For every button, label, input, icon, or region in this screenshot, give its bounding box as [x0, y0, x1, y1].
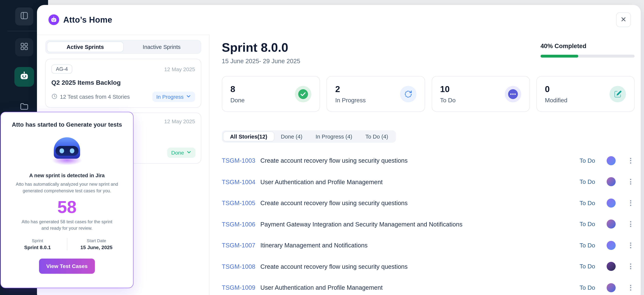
sprint-status-dropdown[interactable]: Done	[167, 148, 195, 158]
window-header: Atto’s Home	[37, 5, 641, 35]
screen: Atto’s Home Active Sprints Inactive Spri…	[0, 0, 644, 295]
assignee-avatar	[607, 241, 616, 250]
story-title: Create account recovery flow using secur…	[260, 263, 408, 270]
kebab-menu-icon[interactable]	[626, 219, 634, 229]
sprint-stats: 8 Done 2 In Progress	[222, 76, 634, 112]
story-title: User Authentication and Profile Manageme…	[260, 284, 383, 291]
stat-label: In Progress	[335, 97, 366, 104]
sprint-date: 12 May 2025	[164, 118, 195, 125]
stories-tab-bar: All Stories(12) Done (4) In Progress (4)…	[222, 130, 396, 143]
apps-grid-icon	[20, 42, 28, 53]
assignee-avatar	[607, 283, 616, 292]
sprint-key-badge: AG-4	[51, 65, 72, 74]
tab-in-progress[interactable]: In Progress (4)	[309, 132, 359, 141]
atto-logo-icon	[48, 14, 59, 25]
story-row[interactable]: TSGM-1005 Create account recovery flow u…	[222, 192, 634, 213]
story-id: TSGM-1008	[222, 263, 260, 270]
kebab-menu-icon[interactable]	[626, 156, 634, 166]
story-status: To Do	[580, 263, 595, 270]
story-row[interactable]: TSGM-1008 Create account recovery flow u…	[222, 256, 634, 277]
sprints-tab-switcher: Active Sprints Inactive Sprints	[45, 40, 202, 54]
assignee-avatar	[607, 198, 616, 207]
stat-card-done: 8 Done	[222, 76, 320, 112]
start-date-label: Start Date	[67, 238, 126, 243]
story-row[interactable]: TSGM-1006 Payment Gateway Integration an…	[222, 213, 634, 235]
stat-label: To Do	[440, 97, 456, 104]
story-id: TSGM-1006	[222, 221, 260, 228]
popup-body-text: Atto has automatically analyzed your new…	[14, 181, 120, 194]
window-title: Atto’s Home	[63, 15, 112, 24]
atto-robot-icon	[19, 71, 30, 83]
chevron-down-icon	[186, 150, 192, 156]
stat-label: Modified	[545, 97, 568, 104]
atto-robot-illustration	[8, 134, 126, 168]
refresh-icon	[400, 86, 416, 102]
story-status: To Do	[580, 179, 595, 185]
popup-title: Atto has started to Generate your tests	[8, 121, 126, 128]
sprint-status-label: In Progress	[156, 94, 184, 100]
sprint-progress: 40% Completed	[540, 42, 634, 58]
story-id: TSGM-1009	[222, 284, 260, 291]
sprint-status-dropdown[interactable]: In Progress	[152, 92, 195, 102]
sidebar-item-atto[interactable]	[14, 67, 34, 87]
sidebar-item-dashboard[interactable]	[15, 7, 33, 26]
tab-active-sprints[interactable]: Active Sprints	[47, 42, 124, 52]
story-row[interactable]: TSGM-1004 User Authentication and Profil…	[222, 171, 634, 192]
assignee-avatar	[607, 177, 616, 186]
sprint-info-column: Sprint Sprint 8.0.1	[8, 238, 67, 250]
story-id: TSGM-1003	[222, 157, 260, 164]
sprint-info-value: Sprint 8.0.1	[8, 244, 67, 250]
sprint-date: 12 May 2025	[164, 66, 195, 72]
sprint-card[interactable]: AG-4 12 May 2025 Q2 2025 Items Backlog 1…	[45, 59, 202, 108]
progress-label: 40% Completed	[540, 42, 634, 49]
story-id: TSGM-1007	[222, 242, 260, 249]
story-row[interactable]: TSGM-1003 Create account recovery flow u…	[222, 150, 634, 171]
close-button[interactable]	[616, 12, 631, 27]
stat-value: 8	[230, 84, 245, 94]
edit-pencil-icon	[610, 86, 626, 102]
stat-value: 2	[335, 84, 366, 94]
stat-value: 10	[440, 84, 456, 94]
kebab-menu-icon[interactable]	[626, 283, 634, 292]
assignee-avatar	[607, 220, 616, 229]
kebab-menu-icon[interactable]	[626, 261, 634, 271]
dashboard-layout-icon	[20, 11, 28, 22]
view-test-cases-button[interactable]: View Test Cases	[39, 258, 95, 274]
assignee-avatar	[607, 156, 616, 165]
tab-todo[interactable]: To Do (4)	[359, 132, 395, 141]
sprint-info-label: Sprint	[8, 238, 67, 243]
story-title: Itinerary Management and Notifications	[260, 242, 368, 249]
check-circle-icon	[295, 86, 311, 102]
sprint-status-label: Done	[171, 150, 184, 156]
test-case-count: 58	[8, 197, 126, 217]
tab-inactive-sprints[interactable]: Inactive Sprints	[124, 42, 200, 52]
sprint-meta-text: 12 Test cases from 4 Stories	[60, 94, 130, 100]
tab-all-stories[interactable]: All Stories(12)	[223, 132, 274, 141]
kebab-menu-icon[interactable]	[626, 240, 634, 250]
sidebar-item-apps[interactable]	[15, 38, 33, 57]
story-row[interactable]: TSGM-1009 User Authentication and Profil…	[222, 277, 634, 295]
tab-done[interactable]: Done (4)	[274, 132, 309, 141]
story-title: User Authentication and Profile Manageme…	[260, 178, 383, 185]
story-title: Create account recovery flow using secur…	[260, 157, 408, 164]
sprint-detail-panel: Sprint 8.0.0 15 June 2025- 29 June 2025 …	[210, 35, 641, 295]
story-list: TSGM-1003 Create account recovery flow u…	[222, 150, 634, 295]
story-id: TSGM-1005	[222, 199, 260, 206]
close-icon	[620, 16, 626, 23]
stat-card-todo: 10 To Do	[432, 76, 530, 112]
story-id: TSGM-1004	[222, 178, 260, 185]
folder-icon	[19, 102, 29, 113]
story-row[interactable]: TSGM-1007 Itinerary Management and Notif…	[222, 235, 634, 256]
ellipsis-circle-icon	[505, 86, 521, 102]
chevron-down-icon	[186, 94, 191, 100]
atto-notification-popup: Atto has started to Generate your tests	[0, 112, 134, 288]
sprint-card-title: Q2 2025 Items Backlog	[51, 79, 195, 86]
sprint-date-range: 15 June 2025- 29 June 2025	[222, 58, 300, 65]
progress-bar	[540, 55, 634, 58]
count-caption: Atto has generated 58 test cases for the…	[21, 219, 113, 232]
kebab-menu-icon[interactable]	[626, 198, 634, 208]
stat-label: Done	[230, 97, 245, 104]
start-date-value: 15 June, 2025	[67, 244, 126, 250]
sidebar-divider	[7, 31, 41, 31]
kebab-menu-icon[interactable]	[626, 177, 634, 187]
